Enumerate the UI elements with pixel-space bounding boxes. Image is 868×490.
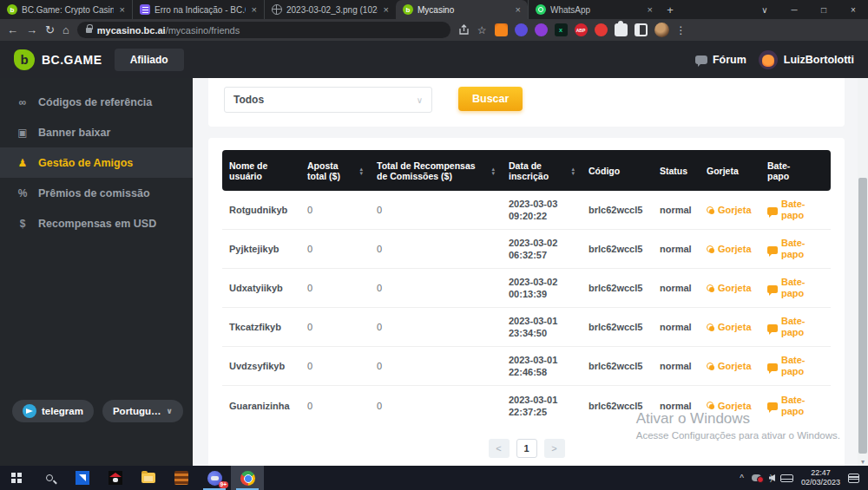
bcgame-logo[interactable]: b BC.GAME — [14, 49, 102, 70]
taskbar-app-dark[interactable] — [99, 466, 132, 490]
reload-icon[interactable]: ↻ — [45, 24, 55, 36]
tray-volume[interactable]: ) — [769, 474, 773, 482]
window-close-button[interactable]: × — [838, 0, 868, 19]
page-scrollbar[interactable]: ▾ — [858, 78, 868, 466]
cell-total-bet: 0 — [300, 322, 370, 332]
tip-button[interactable]: Gorjeta — [707, 205, 753, 215]
tip-button[interactable]: Gorjeta — [707, 283, 753, 293]
tray-expand-icon[interactable]: ^ — [740, 474, 744, 483]
taskbar-search-button[interactable] — [33, 466, 66, 490]
taskbar-chrome[interactable] — [231, 466, 264, 490]
scroll-down-icon[interactable]: ▾ — [858, 458, 868, 466]
chat-button[interactable]: Bate-papo — [767, 238, 811, 260]
tab-close-icon[interactable]: × — [118, 4, 127, 15]
taskbar-app-orange[interactable] — [165, 466, 198, 490]
chat-bubble-icon — [767, 285, 778, 293]
forward-icon[interactable]: → — [26, 24, 37, 36]
taskbar-file-explorer[interactable] — [132, 466, 165, 490]
cell-commissions: 0 — [370, 244, 502, 254]
tab-close-icon[interactable]: × — [250, 4, 259, 15]
sort-icon[interactable]: ▴▾ — [491, 167, 495, 175]
sidebar-item-usd-rewards[interactable]: $ Recompensas em USD — [0, 208, 193, 238]
prev-page-button[interactable]: < — [489, 439, 510, 458]
table-row: Udxatyiikyb 0 0 2023-03-0200:13:39 brlc6… — [222, 269, 831, 308]
chat-button[interactable]: Bate-papo — [767, 316, 811, 338]
sort-icon[interactable]: ▴▾ — [359, 167, 363, 175]
tray-keyboard-icon[interactable] — [780, 474, 793, 482]
anydesk-icon — [76, 471, 89, 485]
scrollbar-thumb[interactable] — [858, 178, 867, 454]
share-icon[interactable] — [458, 24, 470, 36]
filter-select[interactable]: Todos ∨ — [224, 87, 432, 113]
new-tab-button[interactable]: + — [660, 3, 681, 19]
forum-link[interactable]: Fórum — [695, 54, 746, 66]
taskbar-app-gamebar[interactable]: 9+ — [198, 466, 231, 490]
sidebar-item-banner-download[interactable]: ▣ Banner baixar — [0, 117, 193, 147]
dark-app-icon — [108, 471, 122, 485]
language-selector[interactable]: Portugu… ∨ — [102, 400, 183, 422]
tab-mycasino-active[interactable]: b Mycasino × — [396, 0, 528, 19]
sidebar-item-friends-management[interactable]: ♟ Gestão de Amigos — [0, 147, 193, 178]
cell-status: normal — [653, 322, 700, 332]
url-bar[interactable]: mycasino.bc.ai/mycasino/friends — [77, 22, 450, 38]
search-button[interactable]: Buscar — [458, 87, 523, 111]
chat-button[interactable]: Bate-papo — [767, 395, 811, 417]
col-signup-date[interactable]: Data de inscrição ▴▾ — [502, 160, 582, 181]
action-center-icon[interactable] — [848, 474, 859, 483]
tab-close-icon[interactable]: × — [514, 4, 523, 15]
telegram-label: telegram — [42, 406, 83, 416]
chrome-icon — [240, 471, 255, 486]
bookmark-star-icon[interactable]: ☆ — [477, 24, 487, 36]
tab-erro-indicacao[interactable]: Erro na Indicação - BC.Game × — [132, 0, 264, 19]
col-commission-rewards[interactable]: Total de Recompensas de Comissões ($) ▴▾ — [370, 160, 502, 181]
tab-close-icon[interactable]: × — [382, 4, 391, 15]
tab-png-image[interactable]: 2023-03-02_3.png (1024×76 × — [264, 0, 396, 19]
sidebar-item-referral-codes[interactable]: ∞ Códigos de referência — [0, 87, 193, 117]
tab-whatsapp[interactable]: WhatsApp × — [528, 0, 660, 19]
home-icon[interactable]: ⌂ — [62, 24, 69, 36]
browser-menu-icon[interactable]: ⋮ — [676, 24, 687, 36]
adblock-extension-icon[interactable]: ABP — [575, 23, 588, 36]
tip-button[interactable]: Gorjeta — [707, 322, 753, 332]
taskbar-clock[interactable]: 22:47 02/03/2023 — [801, 468, 840, 487]
cell-username: Pyjktejikyb — [222, 244, 300, 254]
chat-button[interactable]: Bate-papo — [767, 199, 811, 221]
x-extension-icon[interactable]: X — [555, 23, 568, 36]
current-page[interactable]: 1 — [516, 439, 537, 458]
notification-badge: 9+ — [219, 481, 228, 489]
user-menu[interactable]: LuizBortolotti — [759, 50, 854, 69]
page-url[interactable]: mycasino.bc.ai/mycasino/friends — [97, 25, 240, 36]
red-extension-icon[interactable] — [595, 23, 608, 36]
start-button[interactable] — [0, 466, 33, 490]
whatsapp-favicon-icon — [536, 4, 546, 15]
tip-button[interactable]: Gorjeta — [707, 244, 753, 254]
table-row: Tkcatzfikyb 0 0 2023-03-0123:34:50 brlc6… — [222, 308, 831, 347]
browser-profile-avatar[interactable] — [654, 23, 669, 37]
tab-bcgame-casino[interactable]: b BC.Game: Crypto Casino Gan × — [0, 0, 132, 19]
puzzle-extensions-icon[interactable] — [615, 23, 628, 36]
window-maximize-button[interactable]: □ — [809, 0, 838, 19]
sidebar-item-commission-rewards[interactable]: % Prêmios de comissão — [0, 178, 193, 208]
side-panel-icon[interactable] — [635, 23, 648, 36]
purple-extension-icon[interactable] — [535, 23, 548, 36]
chat-button[interactable]: Bate-papo — [767, 355, 811, 377]
cell-status: normal — [653, 205, 700, 215]
blue-extension-icon[interactable] — [515, 23, 528, 36]
tab-search-chevron-icon[interactable]: ∨ — [750, 0, 779, 19]
metamask-extension-icon[interactable] — [495, 23, 508, 36]
affiliate-button[interactable]: Afiliado — [115, 49, 184, 71]
chat-button[interactable]: Bate-papo — [767, 277, 811, 299]
next-page-button[interactable]: > — [544, 439, 565, 458]
col-total-bet[interactable]: Aposta total ($) ▴▾ — [300, 160, 370, 181]
system-tray: ^ ) 22:47 02/03/2023 — [740, 468, 868, 487]
back-icon[interactable]: ← — [7, 24, 18, 36]
taskbar-app-anydesk[interactable] — [66, 466, 99, 490]
tip-button[interactable]: Gorjeta — [707, 361, 753, 371]
window-minimize-button[interactable]: ─ — [779, 0, 809, 19]
tip-button[interactable]: Gorjeta — [707, 401, 753, 411]
telegram-button[interactable]: telegram — [12, 400, 94, 422]
extensions-row: X ABP ⋮ — [495, 23, 687, 37]
tray-network-icon[interactable] — [752, 474, 761, 481]
sort-icon[interactable]: ▴▾ — [571, 167, 575, 175]
tab-close-icon[interactable]: × — [646, 4, 654, 15]
